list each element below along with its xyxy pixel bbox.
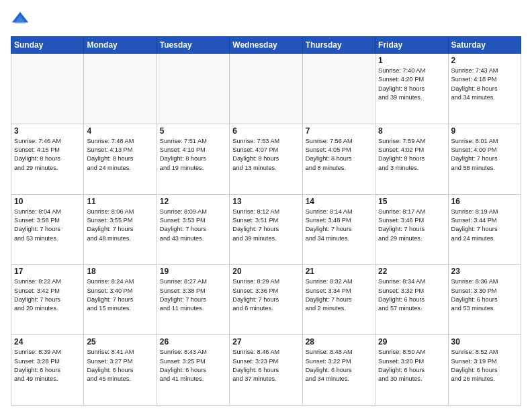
- calendar-day-cell: 3Sunrise: 7:46 AM Sunset: 4:15 PM Daylig…: [11, 124, 84, 194]
- day-info: Sunrise: 8:32 AM Sunset: 3:34 PM Dayligh…: [306, 277, 372, 313]
- day-info: Sunrise: 8:06 AM Sunset: 3:55 PM Dayligh…: [87, 208, 153, 243]
- calendar-day-cell: 26Sunrise: 8:43 AM Sunset: 3:25 PM Dayli…: [157, 335, 229, 406]
- calendar-day-cell: 20Sunrise: 8:29 AM Sunset: 3:36 PM Dayli…: [230, 265, 302, 335]
- calendar-day-cell: 6Sunrise: 7:53 AM Sunset: 4:07 PM Daylig…: [230, 124, 302, 194]
- calendar-day-cell: 5Sunrise: 7:51 AM Sunset: 4:10 PM Daylig…: [157, 124, 229, 194]
- calendar-week-row: 10Sunrise: 8:04 AM Sunset: 3:58 PM Dayli…: [11, 194, 521, 265]
- day-number: 21: [306, 267, 372, 276]
- weekday-header: Friday: [375, 37, 448, 54]
- logo-icon: [11, 11, 30, 30]
- calendar-week-row: 3Sunrise: 7:46 AM Sunset: 4:15 PM Daylig…: [11, 124, 521, 194]
- day-number: 30: [451, 337, 518, 347]
- calendar-day-cell: [157, 54, 229, 124]
- day-info: Sunrise: 8:04 AM Sunset: 3:58 PM Dayligh…: [14, 208, 81, 243]
- day-info: Sunrise: 8:17 AM Sunset: 3:46 PM Dayligh…: [378, 208, 445, 243]
- day-number: 26: [160, 337, 226, 347]
- day-info: Sunrise: 8:36 AM Sunset: 3:30 PM Dayligh…: [451, 277, 518, 313]
- calendar-day-cell: 1Sunrise: 7:40 AM Sunset: 4:20 PM Daylig…: [375, 54, 448, 124]
- day-info: Sunrise: 8:29 AM Sunset: 3:36 PM Dayligh…: [232, 277, 299, 313]
- calendar-day-cell: 30Sunrise: 8:52 AM Sunset: 3:19 PM Dayli…: [448, 335, 521, 406]
- day-number: 8: [378, 126, 445, 136]
- day-number: 1: [378, 56, 445, 65]
- day-info: Sunrise: 8:09 AM Sunset: 3:53 PM Dayligh…: [160, 208, 226, 243]
- calendar-day-cell: 13Sunrise: 8:12 AM Sunset: 3:51 PM Dayli…: [230, 194, 302, 265]
- day-info: Sunrise: 8:41 AM Sunset: 3:27 PM Dayligh…: [87, 348, 153, 383]
- day-number: 14: [306, 197, 372, 206]
- day-info: Sunrise: 8:22 AM Sunset: 3:42 PM Dayligh…: [14, 277, 81, 313]
- calendar-day-cell: 22Sunrise: 8:34 AM Sunset: 3:32 PM Dayli…: [375, 265, 448, 335]
- logo: [11, 11, 32, 30]
- day-info: Sunrise: 7:59 AM Sunset: 4:02 PM Dayligh…: [378, 137, 445, 173]
- day-info: Sunrise: 7:51 AM Sunset: 4:10 PM Dayligh…: [160, 137, 226, 173]
- calendar-week-row: 17Sunrise: 8:22 AM Sunset: 3:42 PM Dayli…: [11, 265, 521, 335]
- day-info: Sunrise: 7:43 AM Sunset: 4:18 PM Dayligh…: [451, 66, 518, 102]
- day-number: 29: [378, 337, 445, 347]
- day-number: 20: [232, 267, 299, 276]
- calendar-day-cell: 14Sunrise: 8:14 AM Sunset: 3:48 PM Dayli…: [302, 194, 375, 265]
- calendar-day-cell: 17Sunrise: 8:22 AM Sunset: 3:42 PM Dayli…: [11, 265, 84, 335]
- day-number: 5: [160, 126, 226, 136]
- calendar-day-cell: 28Sunrise: 8:48 AM Sunset: 3:22 PM Dayli…: [302, 335, 375, 406]
- day-number: 7: [306, 126, 372, 136]
- weekday-header: Wednesday: [230, 37, 302, 54]
- day-number: 22: [378, 267, 445, 276]
- calendar-day-cell: 12Sunrise: 8:09 AM Sunset: 3:53 PM Dayli…: [157, 194, 229, 265]
- calendar-week-row: 1Sunrise: 7:40 AM Sunset: 4:20 PM Daylig…: [11, 54, 521, 124]
- calendar-day-cell: 8Sunrise: 7:59 AM Sunset: 4:02 PM Daylig…: [375, 124, 448, 194]
- day-number: 6: [232, 126, 299, 136]
- day-number: 12: [160, 197, 226, 206]
- day-number: 23: [451, 267, 518, 276]
- day-number: 11: [87, 197, 153, 206]
- calendar-day-cell: 4Sunrise: 7:48 AM Sunset: 4:13 PM Daylig…: [84, 124, 157, 194]
- calendar-day-cell: 24Sunrise: 8:39 AM Sunset: 3:28 PM Dayli…: [11, 335, 84, 406]
- day-info: Sunrise: 7:46 AM Sunset: 4:15 PM Dayligh…: [14, 137, 81, 173]
- calendar-day-cell: [84, 54, 157, 124]
- day-number: 27: [232, 337, 299, 347]
- day-number: 2: [451, 56, 518, 65]
- day-info: Sunrise: 8:27 AM Sunset: 3:38 PM Dayligh…: [160, 277, 226, 313]
- calendar-table: SundayMondayTuesdayWednesdayThursdayFrid…: [11, 36, 521, 406]
- day-info: Sunrise: 8:48 AM Sunset: 3:22 PM Dayligh…: [306, 348, 372, 383]
- day-info: Sunrise: 8:19 AM Sunset: 3:44 PM Dayligh…: [451, 208, 518, 243]
- page: SundayMondayTuesdayWednesdayThursdayFrid…: [0, 0, 532, 411]
- day-info: Sunrise: 8:01 AM Sunset: 4:00 PM Dayligh…: [451, 137, 518, 173]
- calendar-day-cell: 15Sunrise: 8:17 AM Sunset: 3:46 PM Dayli…: [375, 194, 448, 265]
- day-info: Sunrise: 8:24 AM Sunset: 3:40 PM Dayligh…: [87, 277, 153, 313]
- day-number: 15: [378, 197, 445, 206]
- day-info: Sunrise: 8:14 AM Sunset: 3:48 PM Dayligh…: [306, 208, 372, 243]
- day-number: 18: [87, 267, 153, 276]
- day-info: Sunrise: 7:40 AM Sunset: 4:20 PM Dayligh…: [378, 66, 445, 102]
- calendar-day-cell: 29Sunrise: 8:50 AM Sunset: 3:20 PM Dayli…: [375, 335, 448, 406]
- calendar-day-cell: [302, 54, 375, 124]
- calendar-body: 1Sunrise: 7:40 AM Sunset: 4:20 PM Daylig…: [11, 54, 521, 406]
- weekday-header: Tuesday: [157, 37, 229, 54]
- calendar-day-cell: 27Sunrise: 8:46 AM Sunset: 3:23 PM Dayli…: [230, 335, 302, 406]
- day-number: 4: [87, 126, 153, 136]
- day-number: 13: [232, 197, 299, 206]
- day-info: Sunrise: 8:46 AM Sunset: 3:23 PM Dayligh…: [232, 348, 299, 383]
- calendar-day-cell: 25Sunrise: 8:41 AM Sunset: 3:27 PM Dayli…: [84, 335, 157, 406]
- day-info: Sunrise: 8:39 AM Sunset: 3:28 PM Dayligh…: [14, 348, 81, 383]
- calendar-day-cell: 9Sunrise: 8:01 AM Sunset: 4:00 PM Daylig…: [448, 124, 521, 194]
- calendar-day-cell: 18Sunrise: 8:24 AM Sunset: 3:40 PM Dayli…: [84, 265, 157, 335]
- day-info: Sunrise: 8:50 AM Sunset: 3:20 PM Dayligh…: [378, 348, 445, 383]
- weekday-header: Thursday: [302, 37, 375, 54]
- calendar-day-cell: 11Sunrise: 8:06 AM Sunset: 3:55 PM Dayli…: [84, 194, 157, 265]
- calendar-day-cell: 23Sunrise: 8:36 AM Sunset: 3:30 PM Dayli…: [448, 265, 521, 335]
- weekday-header: Monday: [84, 37, 157, 54]
- day-number: 19: [160, 267, 226, 276]
- day-number: 9: [451, 126, 518, 136]
- day-number: 24: [14, 337, 81, 347]
- calendar-day-cell: 19Sunrise: 8:27 AM Sunset: 3:38 PM Dayli…: [157, 265, 229, 335]
- day-number: 10: [14, 197, 81, 206]
- day-info: Sunrise: 7:56 AM Sunset: 4:05 PM Dayligh…: [306, 137, 372, 173]
- day-number: 28: [306, 337, 372, 347]
- header: [11, 11, 521, 30]
- day-info: Sunrise: 8:34 AM Sunset: 3:32 PM Dayligh…: [378, 277, 445, 313]
- calendar-week-row: 24Sunrise: 8:39 AM Sunset: 3:28 PM Dayli…: [11, 335, 521, 406]
- day-info: Sunrise: 7:48 AM Sunset: 4:13 PM Dayligh…: [87, 137, 153, 173]
- calendar-day-cell: 16Sunrise: 8:19 AM Sunset: 3:44 PM Dayli…: [448, 194, 521, 265]
- day-number: 17: [14, 267, 81, 276]
- calendar-day-cell: 21Sunrise: 8:32 AM Sunset: 3:34 PM Dayli…: [302, 265, 375, 335]
- day-info: Sunrise: 8:52 AM Sunset: 3:19 PM Dayligh…: [451, 348, 518, 383]
